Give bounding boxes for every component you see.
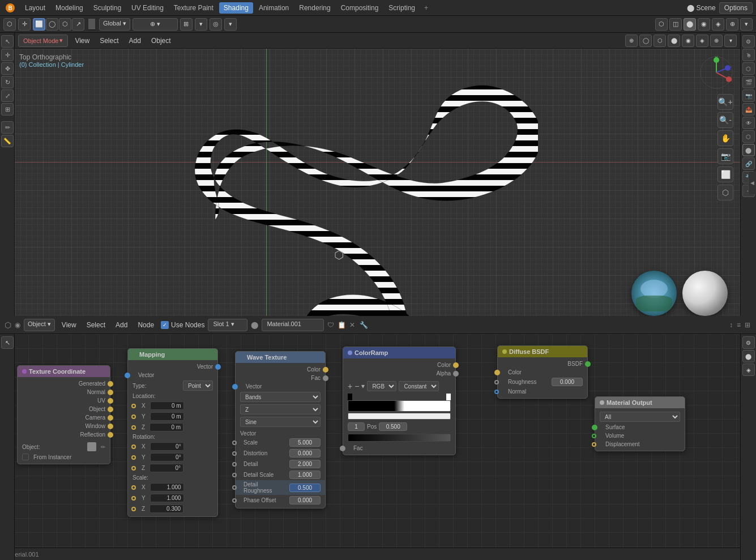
menu-scripting[interactable]: Scripting bbox=[384, 2, 420, 14]
node-wave-texture[interactable]: Wave Texture Color Fac Vector bbox=[235, 351, 326, 508]
zoom-in-btn[interactable]: 🔍+ bbox=[717, 94, 733, 110]
mapping-loc-y-input[interactable] bbox=[150, 412, 184, 421]
wave-detail-roughness-input[interactable] bbox=[289, 484, 321, 492]
view-options-btn[interactable]: ▾ bbox=[740, 18, 753, 31]
matout-displacement-socket[interactable] bbox=[592, 442, 596, 447]
tool-settings-btn[interactable]: ⚙ bbox=[742, 35, 755, 48]
ramp-rgb-select[interactable]: RGB bbox=[367, 381, 396, 391]
view-layer-btn[interactable]: ⬡ bbox=[742, 62, 755, 75]
viewport-gizmo-btn[interactable]: ⊕ bbox=[625, 35, 638, 47]
colorramp-swatch[interactable] bbox=[348, 413, 451, 420]
mapping-scale-z-input[interactable] bbox=[150, 505, 183, 513]
mapping-scale-x-socket[interactable] bbox=[131, 485, 136, 490]
wave-distortion-socket[interactable] bbox=[232, 451, 237, 456]
rendered-mode-btn[interactable]: ◈ bbox=[696, 35, 708, 47]
annotate-btn[interactable]: ✏ bbox=[1, 121, 14, 134]
wave-detail-scale-input[interactable] bbox=[289, 471, 321, 479]
menu-shading[interactable]: Shading bbox=[219, 2, 253, 14]
select-box-btn[interactable]: ⬜ bbox=[33, 18, 45, 31]
ramp-remove-stop-btn[interactable]: − bbox=[354, 382, 359, 391]
tc-normal-socket[interactable] bbox=[108, 390, 113, 395]
menu-texture-paint[interactable]: Texture Paint bbox=[169, 2, 218, 14]
matout-volume-socket[interactable] bbox=[592, 434, 596, 438]
material-extra-btn[interactable]: 🔧 bbox=[360, 321, 368, 329]
object-mode-select[interactable]: Object Mode▾ bbox=[18, 35, 68, 47]
pivot-point-btn[interactable]: ⊕ ▾ bbox=[133, 18, 178, 31]
camera-view-btn[interactable]: 📷 bbox=[717, 148, 733, 164]
scale-tool-btn[interactable]: ⤢ bbox=[1, 89, 14, 102]
tc-object-eyedropper[interactable]: ✏ bbox=[101, 444, 105, 450]
rendered-view-btn[interactable]: ⊕ bbox=[726, 18, 738, 31]
snap-btn[interactable]: ⊞ bbox=[180, 18, 193, 31]
wave-bands-select[interactable]: Bands bbox=[240, 392, 321, 402]
viewport-shading-btn[interactable]: ⬡ bbox=[654, 35, 666, 47]
node-editor-type-icon[interactable]: ◉ bbox=[15, 321, 20, 329]
wave-vector-in-socket[interactable] bbox=[232, 384, 238, 390]
select-lasso-btn[interactable]: ⬡ bbox=[59, 18, 71, 31]
node-texture-coordinate[interactable]: Texture Coordinate Generated Normal UV O… bbox=[17, 365, 110, 464]
node-select-tool[interactable]: ↖ bbox=[1, 336, 14, 349]
use-nodes-checkbox[interactable]: ✓ bbox=[161, 321, 169, 329]
node-select-menu[interactable]: Select bbox=[83, 320, 109, 330]
material-name-field[interactable]: Material.001 bbox=[262, 319, 324, 331]
menu-rendering[interactable]: Rendering bbox=[294, 2, 335, 14]
tc-camera-socket[interactable] bbox=[108, 415, 113, 421]
diffuse-roughness-input[interactable] bbox=[552, 378, 583, 386]
menu-animation[interactable]: Animation bbox=[254, 2, 293, 14]
material-unlink-btn[interactable]: ✕ bbox=[349, 321, 355, 329]
viewport-overlay-btn[interactable]: ⬡ bbox=[655, 18, 668, 31]
diffuse-roughness-socket[interactable] bbox=[494, 380, 499, 384]
wave-phase-offset-input[interactable] bbox=[289, 496, 321, 505]
object-menu-btn[interactable]: Object bbox=[148, 36, 174, 46]
material-view-btn[interactable]: ◉ bbox=[698, 18, 710, 31]
scene-settings-btn[interactable]: 🎬 bbox=[742, 76, 755, 88]
snap-options-btn[interactable]: ▾ bbox=[195, 18, 207, 31]
use-nodes-toggle[interactable]: ✓ Use Nodes bbox=[161, 321, 204, 329]
mapping-scale-y-socket[interactable] bbox=[131, 496, 136, 501]
menu-compositing[interactable]: Compositing bbox=[336, 2, 383, 14]
material-shield-icon[interactable]: 🛡 bbox=[327, 321, 334, 329]
diffuse-normal-socket[interactable] bbox=[494, 390, 499, 394]
mapping-loc-z-input[interactable] bbox=[150, 423, 183, 431]
active-tool-btn[interactable]: 🖱 bbox=[742, 49, 755, 61]
mapping-vector-out-socket[interactable] bbox=[215, 364, 221, 370]
menu-modeling[interactable]: Modeling bbox=[51, 2, 88, 14]
mapping-scale-y-input[interactable] bbox=[150, 494, 184, 502]
render-view-btn[interactable]: ◈ bbox=[712, 18, 724, 31]
mapping-rot-x-input[interactable] bbox=[150, 442, 184, 451]
wave-distortion-input[interactable] bbox=[289, 449, 321, 458]
solid-view-btn[interactable]: ⬤ bbox=[684, 18, 696, 31]
mapping-rot-z-socket[interactable] bbox=[131, 466, 136, 471]
mapping-loc-z-socket[interactable] bbox=[131, 425, 136, 430]
menu-sculpting[interactable]: Sculpting bbox=[89, 2, 126, 14]
tc-window-socket[interactable] bbox=[108, 424, 113, 429]
viewport-3d[interactable]: ↖ ✛ ✥ ↻ ⤢ ⊞ ✏ 📏 Object Mode▾ View Select… bbox=[0, 33, 756, 333]
node-type-select[interactable]: Object ▾ bbox=[24, 319, 55, 331]
ramp-constant-select[interactable]: Constant bbox=[399, 381, 439, 391]
select-circle-btn[interactable]: ◯ bbox=[46, 18, 58, 31]
measure-btn[interactable]: 📏 bbox=[1, 135, 14, 147]
node-node-menu[interactable]: Node bbox=[134, 320, 157, 330]
options-btn[interactable]: Options bbox=[719, 2, 753, 14]
menu-layout[interactable]: Layout bbox=[20, 2, 50, 14]
wave-scale-input[interactable] bbox=[289, 438, 321, 447]
mapping-rot-x-socket[interactable] bbox=[131, 444, 136, 449]
colorramp-stop-white[interactable] bbox=[446, 394, 451, 400]
mapping-loc-y-socket[interactable] bbox=[131, 414, 136, 419]
view-settings-btn[interactable]: 👁 bbox=[742, 117, 755, 129]
mapping-rot-y-input[interactable] bbox=[150, 453, 184, 461]
add-workspace-btn[interactable]: + bbox=[421, 2, 432, 14]
viewport-options-btn2[interactable]: ▾ bbox=[724, 35, 737, 47]
node-editor-area-icon[interactable]: ⬡ bbox=[5, 320, 11, 330]
diffuse-bsdf-out-socket[interactable] bbox=[585, 361, 591, 367]
add-menu-btn[interactable]: Add bbox=[126, 36, 144, 46]
matout-surface-socket[interactable] bbox=[592, 425, 597, 430]
tc-generated-socket[interactable] bbox=[108, 381, 113, 387]
transform-orient-select[interactable]: Global ▾ bbox=[99, 18, 130, 31]
matout-all-select[interactable]: All bbox=[600, 412, 680, 422]
material-btn[interactable]: ⬤ bbox=[742, 144, 755, 156]
material-mode-btn[interactable]: ◉ bbox=[682, 35, 694, 47]
mapping-loc-x-socket[interactable] bbox=[131, 404, 136, 408]
xray-toggle-btn[interactable]: ◫ bbox=[669, 18, 682, 31]
wave-phase-offset-socket[interactable] bbox=[232, 498, 237, 503]
